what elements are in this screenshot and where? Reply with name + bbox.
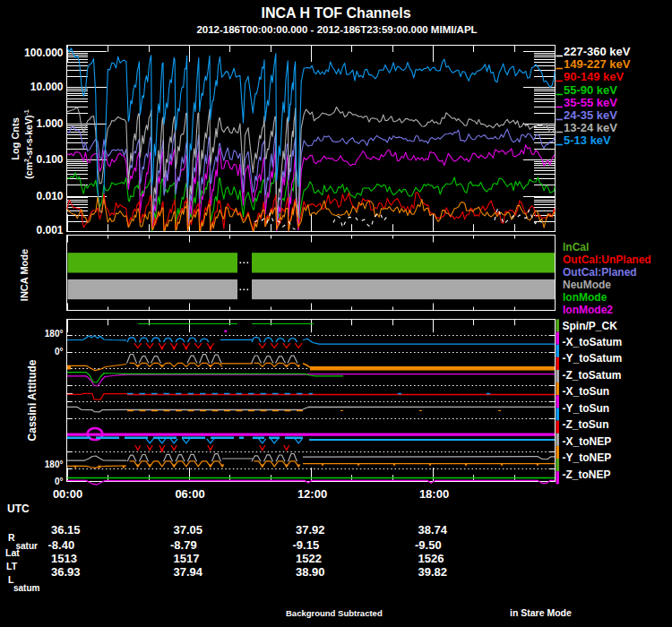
svg-text:12:00: 12:00 xyxy=(297,487,327,501)
svg-text:NeuMode: NeuMode xyxy=(563,279,611,291)
svg-text:55-90 keV: 55-90 keV xyxy=(564,83,617,97)
svg-text:Cassini Attitude: Cassini Attitude xyxy=(26,359,39,441)
svg-text:OutCal:UnPlaned: OutCal:UnPlaned xyxy=(563,253,651,266)
svg-text:Spin/P_CK: Spin/P_CK xyxy=(563,320,618,332)
svg-text:INCA H TOF Channels: INCA H TOF Channels xyxy=(261,5,410,21)
svg-text:0.010: 0.010 xyxy=(36,190,63,202)
svg-text:-X_toNEP: -X_toNEP xyxy=(563,435,612,448)
svg-text:06:00: 06:00 xyxy=(175,487,204,501)
svg-text:in Stare Mode: in Stare Mode xyxy=(510,607,572,618)
svg-text:-Z_toSatum: -Z_toSatum xyxy=(563,369,622,382)
svg-text:1526: 1526 xyxy=(418,552,444,565)
svg-text:LT: LT xyxy=(6,561,18,571)
svg-text:1.000: 1.000 xyxy=(36,117,63,130)
svg-text:-Y_toNEP: -Y_toNEP xyxy=(563,451,612,464)
svg-text:00:00: 00:00 xyxy=(53,487,82,501)
svg-text:2012-186T00:00:00.000 - 2012-1: 2012-186T00:00:00.000 - 2012-186T23:59:0… xyxy=(196,24,477,35)
svg-text:0°: 0° xyxy=(55,347,64,356)
svg-text:0.001: 0.001 xyxy=(36,224,63,236)
svg-text:-Z_toSun: -Z_toSun xyxy=(563,418,609,431)
svg-text:38.74: 38.74 xyxy=(418,523,448,537)
svg-text:35-55 keV: 35-55 keV xyxy=(564,96,617,109)
svg-text:0.100: 0.100 xyxy=(36,153,63,166)
svg-text:-X_toSatum: -X_toSatum xyxy=(563,336,623,348)
svg-text:R: R xyxy=(8,532,15,543)
svg-text:IonMode2: IonMode2 xyxy=(563,304,613,316)
svg-text:0°: 0° xyxy=(55,477,64,486)
svg-text:1513: 1513 xyxy=(51,552,77,565)
svg-text:1517: 1517 xyxy=(174,552,200,565)
svg-text:180°: 180° xyxy=(45,460,64,469)
svg-text:100.000: 100.000 xyxy=(24,47,64,59)
svg-text:36.15: 36.15 xyxy=(51,523,81,537)
svg-text:13-24 keV: 13-24 keV xyxy=(564,121,617,134)
svg-text:149-227 keV: 149-227 keV xyxy=(564,57,631,71)
svg-text:satum: satum xyxy=(13,583,40,593)
svg-text:InCal: InCal xyxy=(563,241,589,253)
svg-text:-Y_toSatum: -Y_toSatum xyxy=(563,352,623,365)
svg-text:-9.15: -9.15 xyxy=(293,538,320,552)
svg-text:UTC: UTC xyxy=(7,502,30,515)
svg-text:Background Subtracted: Background Subtracted xyxy=(286,608,383,618)
svg-text:Log Cnts: Log Cnts xyxy=(10,117,21,160)
svg-text:39.82: 39.82 xyxy=(418,565,448,579)
svg-text:36.93: 36.93 xyxy=(51,565,81,579)
svg-text:5-13 keV: 5-13 keV xyxy=(564,133,611,147)
svg-text:OutCal:Planed: OutCal:Planed xyxy=(563,266,637,279)
svg-text:Lat: Lat xyxy=(5,547,20,558)
svg-text:37.94: 37.94 xyxy=(174,565,203,579)
svg-text:INCA Mode: INCA Mode xyxy=(19,249,30,301)
svg-text:90-149 keV: 90-149 keV xyxy=(564,70,625,83)
svg-text:(cm2-sr-s-keV)-1: (cm2-sr-s-keV)-1 xyxy=(23,109,34,178)
svg-text:1522: 1522 xyxy=(296,552,322,565)
svg-text:-Z_toNEP: -Z_toNEP xyxy=(563,468,611,481)
svg-text:-X_toSun: -X_toSun xyxy=(563,385,610,398)
svg-text:227-360 keV: 227-360 keV xyxy=(564,45,631,58)
svg-text:-Y_toSun: -Y_toSun xyxy=(563,402,610,415)
svg-text:180°: 180° xyxy=(45,329,64,339)
svg-text:24-35 keV: 24-35 keV xyxy=(564,108,617,122)
svg-text:37.92: 37.92 xyxy=(296,523,325,537)
svg-text:-8.79: -8.79 xyxy=(170,538,197,552)
svg-text:18:00: 18:00 xyxy=(419,487,449,501)
svg-text:10.000: 10.000 xyxy=(30,81,64,93)
svg-text:-9.50: -9.50 xyxy=(415,538,442,552)
svg-text:38.90: 38.90 xyxy=(296,565,325,579)
svg-text:-8.40: -8.40 xyxy=(48,538,75,552)
svg-text:37.05: 37.05 xyxy=(174,523,203,537)
svg-text:IonMode: IonMode xyxy=(563,291,607,304)
